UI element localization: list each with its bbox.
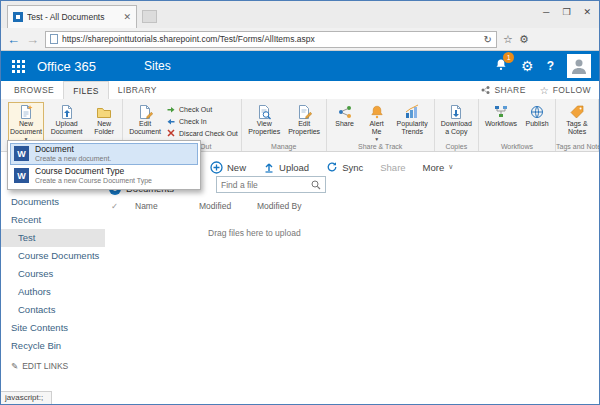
ribbon-group-label-share-track: Share & Track	[327, 143, 434, 150]
sidebar-item-course-documents[interactable]: Course Documents	[1, 247, 105, 265]
edit-properties-button[interactable]: Edit Properties	[286, 102, 323, 138]
status-bar: javascript:;	[1, 391, 52, 404]
forward-arrow-icon[interactable]: →	[26, 33, 39, 46]
chevron-down-icon: ∨	[448, 163, 453, 171]
view-properties-icon	[256, 104, 272, 120]
edit-links-button[interactable]: ✎ EDIT LINKS	[1, 361, 105, 371]
new-item-label: New	[227, 162, 246, 173]
browser-tab-bar: Test - All Documents ✕ ─ ❒ ✕	[1, 1, 599, 28]
check-in-label: Check In	[179, 118, 207, 125]
column-header-modified[interactable]: Modified	[199, 201, 257, 211]
url-field[interactable]: https://sharepointtutorials.sharepoint.c…	[45, 31, 497, 48]
favorites-star-icon[interactable]: ☆	[503, 33, 513, 46]
ribbon-group-copies: Download a Copy Copies	[435, 99, 479, 151]
tab-library[interactable]: LIBRARY	[109, 81, 166, 99]
ribbon-tab-row: BROWSE FILES LIBRARY SHARE ☆ FOLLOW	[1, 81, 599, 99]
edit-properties-icon	[296, 104, 312, 120]
app-launcher-waffle-icon[interactable]	[1, 51, 35, 81]
view-properties-button[interactable]: View Properties	[245, 102, 284, 138]
edit-document-button[interactable]: Edit Document	[126, 102, 164, 138]
ribbon-group-label-copies: Copies	[435, 143, 478, 150]
column-header-name[interactable]: Name	[135, 201, 199, 211]
tags-notes-icon	[569, 104, 585, 120]
back-arrow-icon[interactable]: ←	[7, 33, 20, 46]
sync-button[interactable]: Sync	[326, 161, 363, 173]
browser-window: Test - All Documents ✕ ─ ❒ ✕ ← → https:/…	[0, 0, 600, 405]
tools-gear-icon[interactable]: ⚙	[519, 33, 529, 46]
upload-document-button[interactable]: Upload Document	[46, 102, 87, 138]
sidebar-item-authors[interactable]: Authors	[1, 283, 105, 301]
sidebar-item-contacts[interactable]: Contacts	[1, 301, 105, 319]
help-button[interactable]: ?	[547, 59, 554, 73]
sites-link[interactable]: Sites	[144, 59, 171, 73]
new-document-button[interactable]: New Document ▼	[8, 102, 44, 145]
list-header-row: ✓ Name Modified Modified By	[111, 201, 329, 211]
sidebar-item-site-contents[interactable]: Site Contents	[1, 319, 105, 337]
tags-notes-button[interactable]: Tags & Notes	[559, 102, 595, 138]
refresh-icon[interactable]: ↻	[484, 34, 492, 45]
ribbon-group-label-manage: Manage	[242, 143, 326, 150]
alert-me-button[interactable]: Alert Me ▼	[362, 102, 392, 145]
menu-item-document[interactable]: W Document Create a new document.	[10, 143, 198, 165]
new-item-button[interactable]: New	[210, 161, 246, 174]
new-tab-button[interactable]	[142, 10, 157, 23]
menu-item-course-document-type[interactable]: W Course Document Type Create a new Cour…	[10, 165, 198, 187]
tab-close-icon[interactable]: ✕	[123, 12, 131, 22]
dropdown-caret-icon: ▼	[374, 137, 379, 143]
tab-files[interactable]: FILES	[63, 81, 109, 99]
tab-title: Test - All Documents	[27, 12, 119, 22]
ribbon-group-label-tags: Tags and Notes	[556, 143, 598, 150]
upload-arrow-icon	[263, 161, 275, 173]
window-controls: ─ ❒ ✕	[543, 7, 591, 17]
ribbon-group-label-workflows: Workflows	[479, 143, 555, 150]
edit-properties-label: Edit Properties	[288, 120, 320, 136]
select-all-check-icon[interactable]: ✓	[111, 201, 135, 211]
discard-check-out-button[interactable]: Discard Check Out	[166, 128, 238, 138]
check-in-button[interactable]: Check In	[166, 116, 238, 126]
publish-button[interactable]: Publish	[522, 102, 552, 130]
word-document-icon: W	[14, 146, 29, 161]
new-folder-button[interactable]: New Folder	[89, 102, 119, 138]
share-document-icon	[337, 104, 353, 120]
follow-button[interactable]: FOLLOW	[553, 85, 591, 95]
window-minimize-icon[interactable]: ─	[543, 7, 549, 17]
share-item-button[interactable]: Share	[380, 162, 405, 173]
window-maximize-icon[interactable]: ❒	[562, 7, 570, 17]
sidebar-item-courses[interactable]: Courses	[1, 265, 105, 283]
popularity-trends-button[interactable]: Popularity Trends	[394, 102, 431, 138]
discard-check-out-icon	[166, 128, 176, 138]
check-out-button[interactable]: Check Out	[166, 104, 238, 114]
upload-document-icon	[59, 104, 75, 120]
workflows-label: Workflows	[485, 120, 517, 128]
share-document-label: Share	[335, 120, 354, 128]
browser-tab[interactable]: Test - All Documents ✕	[7, 5, 137, 28]
sync-icon	[326, 161, 338, 173]
sync-label: Sync	[342, 162, 363, 173]
workflows-button[interactable]: Workflows	[482, 102, 520, 130]
more-button[interactable]: More ∨	[423, 162, 454, 173]
share-button[interactable]: SHARE	[494, 85, 525, 95]
user-avatar[interactable]	[567, 54, 591, 78]
check-in-icon	[166, 116, 176, 126]
edit-links-label: EDIT LINKS	[22, 361, 68, 371]
settings-gear-icon[interactable]: ⚙	[521, 59, 534, 73]
quick-launch-sidebar: Documents Recent Test Course Documents C…	[1, 193, 105, 371]
pencil-icon: ✎	[11, 361, 18, 371]
tab-browse[interactable]: BROWSE	[5, 81, 63, 99]
window-close-icon[interactable]: ✕	[583, 7, 591, 17]
sidebar-item-documents[interactable]: Documents	[1, 193, 105, 211]
download-copy-button[interactable]: Download a Copy	[438, 102, 475, 138]
menu-item-title: Course Document Type	[35, 167, 152, 177]
sidebar-item-test[interactable]: Test	[1, 229, 105, 247]
column-header-modified-by[interactable]: Modified By	[257, 201, 329, 211]
share-document-button[interactable]: Share	[330, 102, 360, 130]
upload-label: Upload	[279, 162, 309, 173]
sidebar-item-recent[interactable]: Recent	[1, 211, 105, 229]
upload-button[interactable]: Upload	[263, 161, 309, 173]
plus-circle-icon	[210, 161, 223, 174]
find-file-input[interactable]	[221, 180, 311, 190]
notifications-bell-icon[interactable]: 1	[494, 57, 508, 76]
search-icon[interactable]	[311, 180, 321, 190]
sidebar-item-recycle-bin[interactable]: Recycle Bin	[1, 337, 105, 355]
check-out-icon	[166, 104, 176, 114]
